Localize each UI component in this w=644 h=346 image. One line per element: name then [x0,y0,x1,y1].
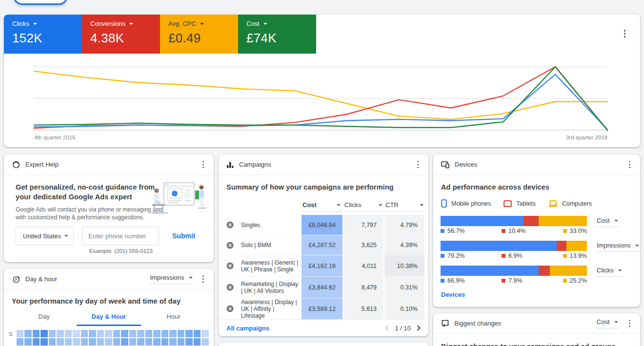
devices-percent-row: 79.2%6.9%13.9% [441,252,587,261]
scorecard-metric-dropdown[interactable]: Avg. CPC [168,20,238,27]
segment-percent: 33.0% [563,228,587,234]
kebab-menu-icon[interactable] [414,158,422,171]
legend-computers: Computers [548,200,592,207]
scorecard-clicks[interactable]: Clicks 152K [4,15,82,54]
campaign-row[interactable]: Awareness | Display | UK | Affinity | Li… [219,298,428,319]
chevron-left-icon[interactable] [384,325,390,331]
campaign-ctr: 4.79% [384,215,424,235]
heatmap-cell [178,338,185,346]
series-avg-cpc [34,71,607,119]
column-dropdown-clicks[interactable]: Clicks [343,201,383,211]
devices-bar-group: 79.2%6.9%13.9% Impressions [441,241,633,266]
segment-percent: 7.9% [502,277,523,284]
chevron-down-icon [200,23,204,25]
heatmap-cell [97,330,104,337]
scorecard-conversions[interactable]: Conversions 4.38K [82,15,160,54]
scorecard-metric-dropdown[interactable]: Conversions [90,20,160,27]
kebab-menu-icon[interactable] [200,273,207,286]
devices-metric-dropdown[interactable]: Cost [596,217,619,227]
day-hour-metric-dropdown[interactable]: Impressions [149,274,193,284]
kebab-menu-icon[interactable] [621,27,629,40]
kebab-menu-icon[interactable] [626,317,634,330]
submit-button[interactable]: Submit [172,232,195,240]
pause-icon[interactable] [226,298,241,319]
heatmap-cell [169,330,177,337]
chevron-right-icon[interactable] [416,325,422,331]
x-axis-label-right: 3rd quarter 2018 [566,135,607,140]
scorecard-avg-cpc[interactable]: Avg. CPC £0.49 [160,15,238,54]
scorecard-metric-dropdown[interactable]: Cost [246,20,316,27]
bar-segment [550,266,587,276]
performance-overview-card: Clicks 152K Conversions 4.38K Avg. CPC £… [4,15,640,147]
pause-icon[interactable] [226,235,241,255]
heatmap-cell [113,330,121,337]
devices-heading: Ad performance across devices [441,183,632,191]
column-dropdown-ctr[interactable]: CTR [384,201,424,211]
dashboard: Clicks 152K Conversions 4.38K Avg. CPC £… [0,0,644,346]
heatmap-cell [153,338,161,346]
heatmap-cell [178,330,185,337]
pause-icon[interactable] [226,277,241,298]
tablet-icon [503,200,512,207]
card-title: Expert Help [25,161,59,168]
clock-icon [12,275,20,284]
chevron-down-icon [33,23,37,25]
scorecard-value: 152K [12,31,82,46]
heatmap-cell [89,338,96,346]
devices-percent-row: 66.9%7.9%25.2% [441,277,587,286]
campaign-row[interactable]: Solo | BMM £4,287.52 3,625 4.39% [219,235,428,255]
tab-day-and-hour[interactable]: Day & Hour [77,313,141,326]
devices-metric-dropdown[interactable]: Impressions [596,242,640,252]
column-dropdown-cost[interactable]: Cost [302,201,342,211]
phone-number-input[interactable] [82,227,159,245]
tab-hour[interactable]: Hour [141,313,206,326]
campaign-row[interactable]: Remarketing | Display | UK | All Visitor… [219,276,428,298]
heatmap-cell [24,330,32,337]
country-select[interactable]: United States [16,227,74,245]
page-indicator: 1 / 10 [395,325,411,332]
tab-day[interactable]: Day [12,313,77,326]
bar-segment [523,216,539,226]
heatmap-row [9,338,209,346]
campaigns-header: Campaigns [219,154,428,175]
day-hour-heading: Your performance by day of week and time… [12,297,206,305]
campaign-name: Awareness | Generic | UK | Phrase | Sing… [241,255,302,276]
note-add-icon [441,319,449,327]
heatmap-cell [73,330,80,337]
heatmap-cell [17,338,24,346]
heatmap-cell [105,330,112,337]
pause-icon[interactable] [226,215,241,235]
campaigns-card: Campaigns Summary of how your campaigns … [219,154,428,336]
heatmap-cell [65,338,72,346]
kebab-menu-icon[interactable] [626,158,634,171]
scorecard-cost[interactable]: Cost £74K [238,15,316,54]
biggest-changes-metric-dropdown[interactable]: Cost [596,318,619,328]
legend-mobile-phones: Mobile phones [441,199,491,208]
pause-icon[interactable] [226,255,241,276]
devices-metric-dropdown[interactable]: Clicks [596,267,623,277]
campaigns-heading: Summary of how your campaigns are perfor… [226,183,421,191]
chevron-down-icon [129,23,133,25]
heatmap-cell [137,330,144,337]
campaign-row[interactable]: Singles £8,046.84 7,797 4.79% [219,215,428,235]
scorecard-metric-dropdown[interactable]: Clicks [12,20,82,27]
campaign-ctr: 4.39% [384,235,424,255]
all-campaigns-link[interactable]: All campaigns [226,325,269,332]
scorecard-value: 4.38K [90,31,160,46]
devices-header: Devices [433,154,640,175]
toolbar-button-partial[interactable] [14,0,67,5]
devices-card: Devices Ad performance across devices Mo… [433,154,640,307]
kebab-menu-icon[interactable] [200,158,207,171]
phone-example-text: Example: (201) 555-0123 [82,248,160,254]
heatmap-cell [161,330,169,337]
heatmap-cell [57,330,64,337]
campaign-cost: £4,287.52 [302,235,342,255]
devices-stacked-bar [441,216,587,226]
devices-link[interactable]: Devices [441,291,465,298]
expert-help-heading: Get personalized, no-cost guidance from … [16,182,157,202]
campaign-row[interactable]: Awareness | Generic | UK | Phrase | Sing… [219,255,428,276]
segment-percent: 79.2% [441,252,464,259]
bar-segment [441,216,523,226]
campaign-cost: £8,046.84 [302,215,342,235]
card-title: Day & hour [25,275,57,283]
